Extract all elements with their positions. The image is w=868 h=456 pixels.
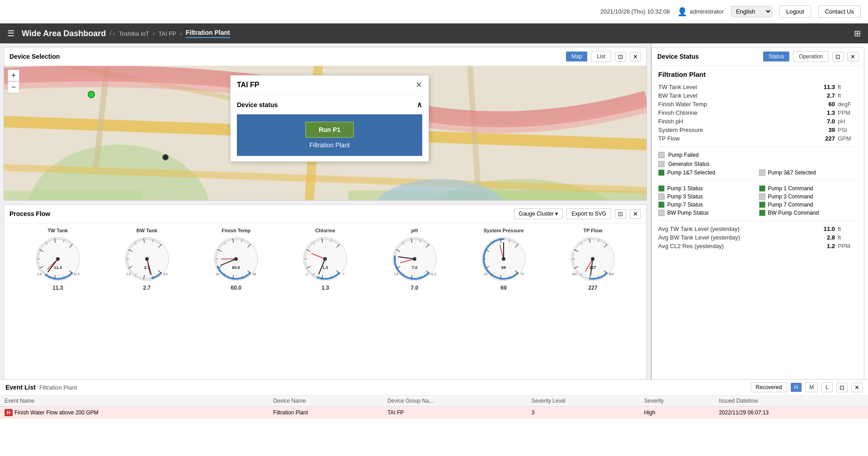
topbar-datetime: 2021/10/28 (Thu) 10:32:08: [600, 8, 670, 15]
avg-label: Avg CL2 Res (yesterday): [658, 243, 808, 249]
gauge-svg: 16 84 60.0: [211, 234, 261, 284]
close-icon[interactable]: ✕: [630, 52, 641, 61]
reading-unit: PSI: [835, 127, 858, 133]
status-reading-row: TP Flow 227 GPM: [658, 134, 858, 143]
col-event-name: Event Name: [0, 395, 269, 407]
pump-7-status-label: Pump 7 Status: [667, 202, 703, 208]
process-flow-close-icon[interactable]: ✕: [630, 209, 641, 219]
run-p1-button[interactable]: Run P1: [305, 122, 354, 138]
svg-point-30: [56, 257, 60, 261]
bw-pump-command-indicator: [759, 210, 765, 216]
pump-7-command-indicator: [759, 202, 765, 208]
tai-popup-filtration-label: Filtration Plant: [309, 141, 349, 149]
logout-button[interactable]: Logout: [779, 5, 811, 18]
event-list-close-icon[interactable]: ✕: [851, 383, 863, 392]
map-zoom-controls: + −: [8, 70, 19, 93]
breadcrumb-taifp[interactable]: TAI FP: [159, 30, 176, 37]
gauge-svg: 2.8 14.0 11.3: [33, 234, 83, 284]
svg-text:100: 100: [571, 273, 577, 276]
svg-text:75: 75: [520, 273, 524, 276]
status-button[interactable]: Status: [763, 52, 789, 61]
device-status-expand-icon[interactable]: ⊡: [832, 52, 844, 61]
map-background[interactable]: + − TAI FP ✕ Device status ∧: [4, 66, 646, 200]
process-flow-expand-icon[interactable]: ⊡: [615, 209, 626, 219]
severity-level-cell: 3: [527, 407, 640, 419]
export-svg-button[interactable]: Export to SVG: [566, 208, 611, 219]
gauge-svg: 2.8 11.2 7.0: [390, 234, 439, 284]
svg-text:2.7: 2.7: [144, 265, 150, 270]
severity-l-button[interactable]: L: [821, 382, 833, 392]
contact-button[interactable]: Contact Us: [818, 5, 861, 18]
map-marker-black[interactable]: [162, 154, 169, 160]
tai-popup-status-header: Device status ∧: [237, 100, 422, 109]
indicator-pump-status-cmd: Pump 1 Status Pump 1 Command Pump 3 Stat…: [658, 184, 858, 217]
list-button[interactable]: List: [591, 51, 611, 62]
svg-text:1.6: 1.6: [126, 273, 131, 276]
topbar: 2021/10/28 (Thu) 10:32:08 👤 administrato…: [0, 0, 868, 24]
pump-3-7-label: Pump 3&7 Selected: [768, 169, 816, 176]
gauge-value-text: 2.7: [143, 285, 151, 291]
tai-popup-close-button[interactable]: ✕: [415, 80, 422, 90]
svg-point-120: [502, 257, 505, 261]
map-button[interactable]: Map: [566, 52, 587, 61]
operation-button[interactable]: Operation: [793, 51, 829, 62]
gauges-row: TW Tank 2.8 14.0 11.3 11.3BW Tank: [4, 223, 646, 296]
user-icon: 👤: [677, 7, 687, 17]
navbar-layout-icon[interactable]: ⊞: [854, 28, 861, 38]
pump-3-7-indicator: [759, 169, 765, 176]
severity-cell: High: [640, 407, 714, 419]
device-status-device-name: Filtration Plant: [658, 71, 858, 78]
recovered-button[interactable]: Recovered: [751, 382, 787, 392]
breadcrumb-toshiba[interactable]: Toshiba IoT: [119, 30, 149, 37]
device-selection-header: Device Selection Map List ⊡ ✕: [4, 47, 646, 66]
map-marker-green[interactable]: [88, 91, 95, 98]
svg-text:1.3: 1.3: [322, 265, 328, 270]
zoom-out-button[interactable]: −: [8, 81, 19, 93]
svg-text:227: 227: [590, 265, 596, 270]
gauge-item: Chlorine -2 7 1.3 1.3: [300, 228, 350, 291]
gauge-value-text: 7.0: [410, 285, 418, 291]
gauge-svg: -2 7 1.3: [300, 234, 350, 284]
hamburger-icon[interactable]: ☰: [7, 28, 14, 38]
zoom-in-button[interactable]: +: [8, 70, 19, 81]
svg-text:14.0: 14.0: [73, 273, 80, 276]
indicator-pump-failed: Pump Failed: [658, 150, 858, 160]
svg-text:84: 84: [253, 273, 256, 276]
bw-pump-command-item: BW Pump Command: [759, 210, 858, 216]
gauge-label-text: TP Flow: [583, 228, 602, 233]
device-name-cell: Filtration Plant: [269, 407, 383, 419]
severity-h-button[interactable]: H: [791, 383, 802, 392]
avg-unit: PPM: [835, 243, 858, 249]
reading-label: BW Tank Level: [658, 92, 808, 99]
pump-3-7-selected-item: Pump 3&7 Selected: [759, 169, 858, 176]
language-select[interactable]: English Japanese: [731, 6, 772, 17]
gauge-cluster-button[interactable]: Gauge Cluster ▾: [514, 208, 563, 219]
generator-label: Generator Status: [668, 161, 709, 167]
status-readings: TW Tank Level 11.3 ftBW Tank Level 2.7 f…: [658, 83, 858, 143]
gauge-value-text: 1.3: [321, 285, 329, 291]
severity-m-button[interactable]: M: [805, 382, 818, 392]
col-severity: Severity: [640, 395, 714, 407]
status-divider-2: [658, 180, 858, 181]
device-status-close-icon[interactable]: ✕: [847, 52, 859, 61]
gauge-item: Finish Temp 16 84 60.0 60.0: [211, 228, 261, 291]
expand-icon[interactable]: ⊡: [615, 52, 626, 61]
reading-value: 11.3: [808, 84, 835, 90]
col-device-name: Device Name: [269, 395, 383, 407]
tai-popup-device-status-label: Device status: [237, 101, 278, 108]
tai-popup-device-card: Run P1 Filtration Plant: [237, 114, 422, 156]
event-list-expand-icon[interactable]: ⊡: [836, 383, 848, 392]
event-table-header-row: Event Name Device Name Device Group Na..…: [0, 395, 868, 407]
pump-1-7-indicator: [658, 169, 665, 176]
tai-fp-popup: TAI FP ✕ Device status ∧ Run P1 Filtrati…: [230, 75, 429, 162]
svg-point-84: [323, 257, 327, 261]
svg-text:60.0: 60.0: [232, 265, 240, 270]
avg-unit: ft: [835, 226, 858, 232]
topbar-language[interactable]: English Japanese: [731, 6, 772, 17]
breadcrumb-active[interactable]: Filtration Plant: [186, 29, 230, 38]
event-table-body: HFinish Water Flow above 200 GPM Filtrat…: [0, 407, 868, 419]
bw-pump-status-indicator: [658, 210, 665, 216]
tai-popup-toggle[interactable]: ∧: [417, 100, 422, 109]
col-device-group: Device Group Na...: [383, 395, 527, 407]
device-selection-panel: Device Selection Map List ⊡ ✕: [4, 47, 647, 201]
